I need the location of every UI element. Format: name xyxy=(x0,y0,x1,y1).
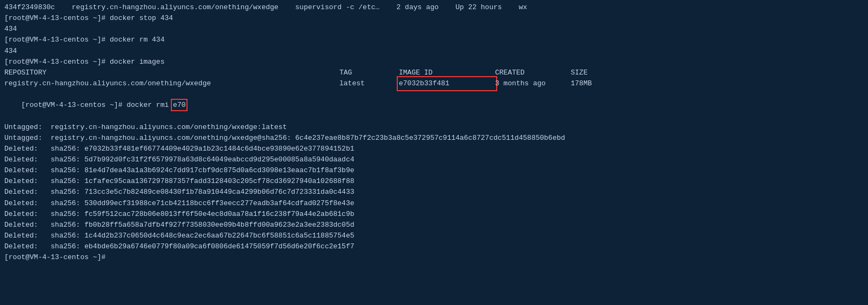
line-stop-cmd: [root@VM-4-13-centos ~]# docker stop 434 xyxy=(4,13,864,24)
images-table: REPOSITORY TAG IMAGE ID CREATED SIZE reg… xyxy=(4,67,864,89)
line-images-cmd: [root@VM-4-13-centos ~]# docker images xyxy=(4,57,864,67)
data-created: 3 months ago xyxy=(495,78,571,89)
images-data-row: registry.cn-hangzhou.aliyuncs.com/onethi… xyxy=(4,78,864,89)
line-prompt-end: [root@VM-4-13-centos ~]# xyxy=(4,252,864,263)
line-deleted-8: Deleted: sha256: fb0b28ff5a658a7dfb4f927… xyxy=(4,220,864,231)
header-image-id: IMAGE ID xyxy=(399,67,495,78)
line-deleted-9: Deleted: sha256: 1c44d2b237c0650d4c648c9… xyxy=(4,231,864,241)
images-header-row: REPOSITORY TAG IMAGE ID CREATED SIZE xyxy=(4,67,864,78)
line-rmi-cmd: [root@VM-4-13-centos ~]# docker rmi e70 xyxy=(4,89,864,121)
header-created: CREATED xyxy=(495,67,571,78)
line-untagged-1: Untagged: registry.cn-hangzhou.aliyuncs.… xyxy=(4,122,864,133)
line-deleted-2: Deleted: sha256: 5d7b992d0fc31f2f6579978… xyxy=(4,154,864,165)
data-image-id: e7032b33f481 xyxy=(399,78,495,89)
header-repository: REPOSITORY xyxy=(4,67,339,78)
line-untagged-2: Untagged: registry.cn-hangzhou.aliyuncs.… xyxy=(4,133,864,144)
data-size: 178MB xyxy=(571,78,625,89)
line-rm-cmd: [root@VM-4-13-centos ~]# docker rm 434 xyxy=(4,35,864,45)
line-deleted-5: Deleted: sha256: 713cc3e5c7b82489ce08430… xyxy=(4,187,864,198)
line-deleted-6: Deleted: sha256: 530dd99ecf31988ce71cb42… xyxy=(4,198,864,209)
header-tag: TAG xyxy=(339,67,399,78)
terminal[interactable]: 434f2349830c registry.cn-hangzhou.aliyun… xyxy=(0,0,868,305)
line-deleted-10: Deleted: sha256: eb4bde6b29a6746e0779f80… xyxy=(4,241,864,252)
line-deleted-4: Deleted: sha256: 1cfafec95caa13672978873… xyxy=(4,176,864,187)
line-stop-result: 434 xyxy=(4,24,864,35)
line-deleted-1: Deleted: sha256: e7032b33f481ef66774409e… xyxy=(4,144,864,154)
rmi-prefix: [root@VM-4-13-centos ~]# docker rmi xyxy=(21,101,173,109)
header-size: SIZE xyxy=(571,67,625,78)
line-deleted-3: Deleted: sha256: 81e4d7dea43a1a3b6924c7d… xyxy=(4,165,864,176)
data-tag: latest xyxy=(339,78,399,89)
line-history: 434f2349830c registry.cn-hangzhou.aliyun… xyxy=(4,2,864,13)
rmi-highlight: e70 xyxy=(173,101,185,109)
line-rm-result: 434 xyxy=(4,46,864,57)
line-deleted-7: Deleted: sha256: fc59f512cac728b06e8013f… xyxy=(4,209,864,220)
data-repository: registry.cn-hangzhou.aliyuncs.com/onethi… xyxy=(4,78,339,89)
